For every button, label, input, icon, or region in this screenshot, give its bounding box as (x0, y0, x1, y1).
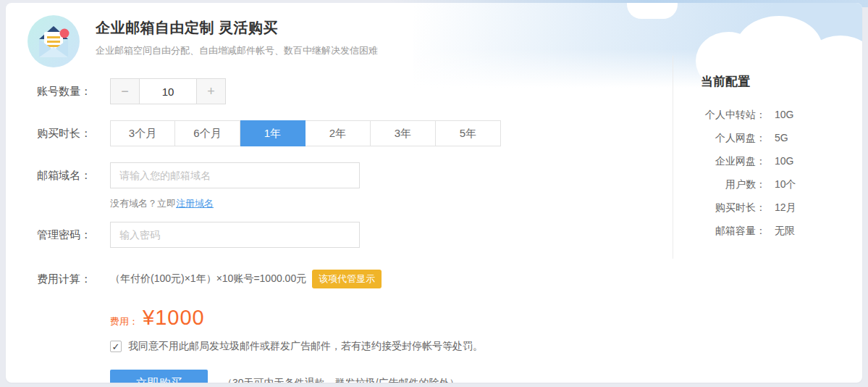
price-label: 费用： (110, 315, 138, 328)
page-title: 企业邮箱自由定制 灵活购买 (96, 18, 378, 38)
config-value: 10G (775, 109, 793, 122)
account-quantity-row: 账号数量： − + (28, 78, 673, 104)
fee-calc-label: 费用计算： (28, 272, 91, 286)
quantity-stepper: − + (110, 78, 226, 104)
config-label: 用户数： (701, 178, 766, 191)
config-panel-title: 当前配置 (701, 73, 856, 90)
agreement-text: 我同意不用此邮局发垃圾邮件或群发广告邮件，若有违约接受封停帐号等处罚。 (128, 340, 483, 353)
fee-formula: （年付价(100元)×1年）×10账号=1000.00元 (110, 272, 306, 284)
register-domain-link[interactable]: 注册域名 (176, 198, 214, 209)
config-value: 10G (775, 155, 793, 168)
config-item-duration: 购买时长： 12月 (701, 201, 856, 215)
fee-badge: 该项代管显示 (312, 270, 382, 288)
domain-hint: 没有域名？立即注册域名 (110, 197, 360, 210)
config-item-users: 用户数： 10个 (701, 178, 856, 191)
config-item-mailbox-capacity: 邮箱容量： 无限 (701, 225, 856, 238)
header: 企业邮箱自由定制 灵活购买 企业邮箱空间自由分配、自由增减邮件帐号、数百中继解决… (28, 15, 673, 67)
refund-note: （30天可内无条件退款，群发垃圾/广告邮件的除外） (222, 377, 459, 383)
domain-hint-text: 没有域名？立即 (110, 198, 176, 209)
page-subtitle: 企业邮箱空间自由分配、自由增减邮件帐号、数百中继解决发信困难 (96, 44, 378, 57)
domain-label: 邮箱域名： (28, 162, 91, 188)
buy-row: 立即购买 （30天可内无条件退款，群发垃圾/广告邮件的除外） (110, 370, 673, 383)
plus-icon[interactable]: + (196, 79, 225, 104)
config-label: 购买时长： (701, 201, 766, 215)
config-value: 12月 (775, 201, 796, 215)
header-titles: 企业邮箱自由定制 灵活购买 企业邮箱空间自由分配、自由增减邮件帐号、数百中继解决… (96, 15, 378, 57)
buy-now-button[interactable]: 立即购买 (110, 370, 208, 383)
email-service-icon (28, 15, 80, 67)
domain-row: 邮箱域名： 没有域名？立即注册域名 (28, 162, 673, 210)
config-value: 5G (775, 132, 788, 145)
config-item-transfer: 个人中转站： 10G (701, 109, 856, 122)
config-label: 个人中转站： (701, 109, 766, 122)
config-item-enterprise-disk: 企业网盘： 10G (701, 155, 856, 168)
config-value: 10个 (775, 178, 796, 191)
config-panel: 当前配置 个人中转站： 10G 个人网盘： 5G 企业网盘： 10G 用户数： … (673, 56, 856, 259)
price-amount: ¥1000 (143, 306, 205, 330)
password-row: 管理密码： (28, 222, 673, 248)
fee-calc-row: 费用计算： （年付价(100元)×1年）×10账号=1000.00元该项代管显示 (28, 270, 673, 288)
quantity-input[interactable] (140, 79, 196, 104)
config-label: 个人网盘： (701, 132, 766, 145)
price-row: 费用： ¥1000 (110, 306, 673, 330)
minus-icon[interactable]: − (111, 79, 140, 104)
config-label: 邮箱容量： (701, 225, 766, 238)
duration-option-2years[interactable]: 2年 (306, 120, 371, 146)
duration-option-3years[interactable]: 3年 (371, 120, 436, 146)
config-value: 无限 (775, 225, 795, 238)
duration-row: 购买时长： 3个月 6个月 1年 2年 3年 5年 (28, 120, 673, 146)
duration-option-3months[interactable]: 3个月 (110, 120, 175, 146)
purchase-form: 账号数量： − + 购买时长： 3个月 6个月 1年 2年 3年 (28, 78, 673, 383)
duration-option-1year[interactable]: 1年 (240, 120, 306, 146)
agreement-checkbox[interactable]: ✓ (110, 341, 122, 352)
config-item-personal-disk: 个人网盘： 5G (701, 132, 856, 145)
account-quantity-label: 账号数量： (28, 85, 91, 99)
admin-password-input[interactable] (110, 222, 360, 248)
duration-segments: 3个月 6个月 1年 2年 3年 5年 (110, 120, 501, 146)
agreement-row: ✓ 我同意不用此邮局发垃圾邮件或群发广告邮件，若有违约接受封停帐号等处罚。 (110, 340, 673, 353)
purchase-form-column: 企业邮箱自由定制 灵活购买 企业邮箱空间自由分配、自由增减邮件帐号、数百中继解决… (6, 3, 673, 383)
duration-option-5years[interactable]: 5年 (436, 120, 501, 146)
config-label: 企业网盘： (701, 155, 766, 168)
duration-label: 购买时长： (28, 127, 91, 141)
password-label: 管理密码： (28, 228, 91, 242)
purchase-card: 企业邮箱自由定制 灵活购买 企业邮箱空间自由分配、自由增减邮件帐号、数百中继解决… (6, 3, 862, 383)
domain-input[interactable] (110, 162, 360, 188)
duration-option-6months[interactable]: 6个月 (175, 120, 240, 146)
